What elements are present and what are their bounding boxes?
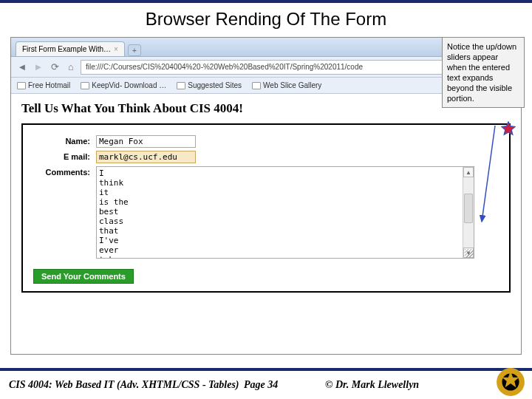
- page-icon: [177, 82, 185, 89]
- page-heading: Tell Us What You Think About CIS 4004!: [21, 101, 511, 116]
- page-icon: [17, 82, 26, 89]
- home-icon[interactable]: ⌂: [64, 61, 78, 74]
- page-icon: [252, 82, 261, 89]
- form-frame: Name: E mail: Comments: I think it is th…: [21, 123, 511, 293]
- footer-page: Page 34: [244, 379, 278, 391]
- svg-marker-0: [502, 122, 515, 135]
- submit-button[interactable]: Send Your Comments: [33, 269, 134, 284]
- reload-icon[interactable]: ⟳: [48, 61, 61, 74]
- page-icon: [81, 82, 89, 89]
- comments-textarea[interactable]: I think it is the best class that I've e…: [96, 166, 474, 259]
- browser-tab[interactable]: First Form Example With… ×: [16, 41, 125, 56]
- ucf-logo-icon: [495, 366, 526, 398]
- comments-label: Comments:: [33, 166, 96, 177]
- slide-footer: CIS 4004: Web Based IT (Adv. XHTML/CSS -…: [0, 371, 532, 399]
- page-content: Tell Us What You Think About CIS 4004! N…: [11, 94, 521, 300]
- new-tab-button[interactable]: +: [128, 44, 141, 56]
- email-input[interactable]: [96, 151, 196, 163]
- bookmark-item[interactable]: Web Slice Gallery: [252, 81, 321, 89]
- slide-title: Browser Rending Of The Form: [0, 3, 532, 34]
- star-marker-icon: [501, 121, 516, 136]
- url-text: file:///C:/Courses/CIS%204004%20-%20Web%…: [86, 63, 363, 71]
- footer-course: CIS 4004: Web Based IT (Adv. XHTML/CSS -…: [0, 379, 239, 391]
- email-label: E mail:: [33, 151, 96, 161]
- name-input[interactable]: [96, 135, 196, 148]
- resize-grip-icon[interactable]: [465, 249, 474, 258]
- callout-note: Notice the up/down sliders appear when t…: [442, 37, 525, 108]
- forward-icon[interactable]: ►: [32, 61, 45, 74]
- bookmark-item[interactable]: Suggested Sites: [177, 81, 242, 89]
- scroll-up-icon[interactable]: ▲: [463, 167, 474, 177]
- scrollbar-track[interactable]: ▲ ▼: [463, 167, 474, 258]
- bookmark-item[interactable]: Free Hotmail: [17, 81, 70, 89]
- url-field[interactable]: file:///C:/Courses/CIS%204004%20-%20Web%…: [81, 60, 490, 75]
- footer-copyright: © Dr. Mark Llewellyn: [325, 379, 419, 391]
- name-label: Name:: [33, 135, 96, 146]
- back-icon[interactable]: ◄: [16, 61, 29, 74]
- scroll-thumb[interactable]: [464, 194, 473, 223]
- bookmark-item[interactable]: KeepVid- Download …: [81, 81, 166, 89]
- close-icon[interactable]: ×: [114, 45, 118, 53]
- tab-title: First Form Example With…: [22, 45, 111, 53]
